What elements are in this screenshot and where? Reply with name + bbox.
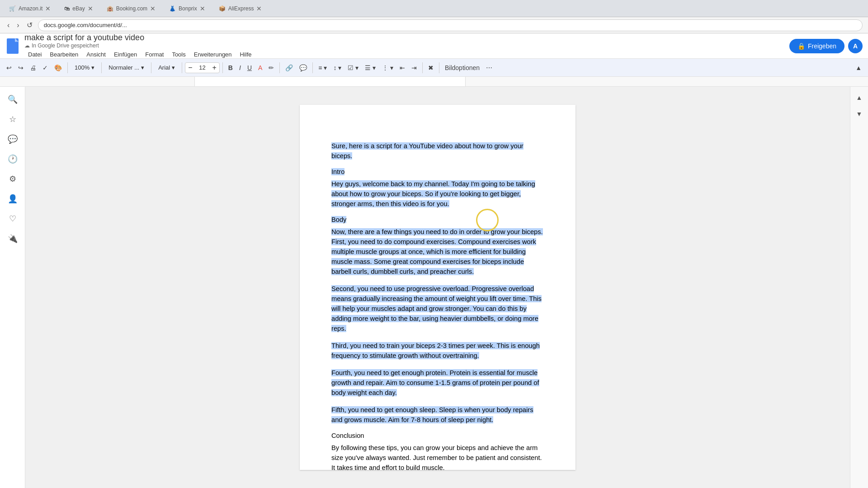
docs-actions: 🔒 Freigeben A bbox=[789, 39, 863, 53]
right-sidebar: ▲ ▼ bbox=[850, 87, 868, 488]
intro-heading[interactable]: Intro bbox=[331, 168, 544, 175]
docs-app-bar: make a script for a youtube video ☁ In G… bbox=[0, 33, 868, 59]
menu-ansicht[interactable]: Ansicht bbox=[83, 50, 109, 59]
comment-button[interactable]: 💬 bbox=[297, 62, 310, 73]
amazon-icon: 🛒 bbox=[9, 5, 16, 12]
font-size-increase[interactable]: + bbox=[210, 63, 219, 73]
share-button[interactable]: 🔒 Freigeben bbox=[789, 39, 844, 53]
tab-aliexpress[interactable]: 📦 AliExpress ✕ bbox=[213, 2, 268, 15]
separator-7 bbox=[312, 62, 313, 73]
sidebar-icon-person[interactable]: 👤 bbox=[4, 190, 22, 208]
bullets-button[interactable]: ☰ ▾ bbox=[362, 62, 378, 73]
ebay-icon: 🛍 bbox=[64, 5, 70, 12]
docs-logo bbox=[5, 37, 20, 55]
clear-format-button[interactable]: ✖ bbox=[425, 62, 436, 73]
doc-title[interactable]: make a script for a youtube video bbox=[24, 33, 255, 42]
back-button[interactable]: ‹ bbox=[5, 20, 11, 30]
indent-inc-button[interactable]: ⇥ bbox=[409, 62, 420, 73]
image-options-button[interactable]: Bildoptionen bbox=[442, 62, 482, 73]
format-paint-button[interactable]: 🎨 bbox=[52, 62, 65, 73]
sidebar-icon-history[interactable]: 🕐 bbox=[4, 150, 22, 168]
body-paragraph-4[interactable]: Fourth, you need to get enough protein. … bbox=[331, 368, 544, 398]
bold-button[interactable]: B bbox=[226, 62, 236, 73]
sidebar-icon-heart[interactable]: ♡ bbox=[4, 210, 22, 228]
intro-text: Sure, here is a script for a YouTube vid… bbox=[331, 142, 524, 160]
collapse-toolbar-button[interactable]: ▲ bbox=[853, 62, 864, 73]
avatar[interactable]: A bbox=[848, 39, 863, 53]
underline-button[interactable]: U bbox=[245, 62, 255, 73]
intro-body-paragraph[interactable]: Hey guys, welcome back to my channel. To… bbox=[331, 179, 544, 209]
menu-bearbeiten[interactable]: Bearbeiten bbox=[46, 50, 82, 59]
tab-bonprix-close[interactable]: ✕ bbox=[200, 5, 205, 12]
booking-icon: 🏨 bbox=[107, 5, 113, 12]
menu-einfuegen[interactable]: Einfügen bbox=[110, 50, 141, 59]
conclusion-heading[interactable]: Conclusion bbox=[331, 432, 544, 439]
sidebar-icon-comment[interactable]: 💬 bbox=[4, 130, 22, 148]
sidebar-icon-star[interactable]: ☆ bbox=[4, 110, 22, 128]
style-chevron: ▾ bbox=[141, 64, 144, 71]
tab-booking-close[interactable]: ✕ bbox=[150, 5, 156, 12]
body-paragraph-2[interactable]: Second, you need to use progressive over… bbox=[331, 284, 544, 333]
menu-hilfe[interactable]: Hilfe bbox=[236, 50, 255, 59]
tab-aliexpress-close[interactable]: ✕ bbox=[256, 5, 262, 12]
highlight-button[interactable]: ✏ bbox=[266, 62, 277, 73]
align-button[interactable]: ≡ ▾ bbox=[316, 62, 330, 73]
body-p3-text: Third, you need to train your biceps 2-3… bbox=[331, 342, 540, 359]
tab-ebay-close[interactable]: ✕ bbox=[88, 5, 93, 12]
font-select[interactable]: Arial ▾ bbox=[154, 62, 179, 73]
body-p1-text: Now, there are a few things you need to … bbox=[331, 228, 543, 275]
right-sidebar-chevron-down[interactable]: ▼ bbox=[852, 107, 867, 121]
tab-amazon-close[interactable]: ✕ bbox=[45, 5, 51, 12]
font-size-decrease[interactable]: − bbox=[185, 63, 195, 73]
menu-datei[interactable]: Datei bbox=[24, 50, 45, 59]
font-size-input[interactable] bbox=[195, 64, 210, 71]
style-select[interactable]: Normaler ... ▾ bbox=[104, 62, 148, 73]
indent-dec-button[interactable]: ⇤ bbox=[397, 62, 408, 73]
body-paragraph-5[interactable]: Fifth, you need to get enough sleep. Sle… bbox=[331, 405, 544, 425]
separator-5 bbox=[222, 62, 223, 73]
sidebar-icon-explore[interactable]: 🔍 bbox=[4, 90, 22, 108]
conclusion-paragraph[interactable]: By following these tips, you can grow yo… bbox=[331, 443, 544, 473]
menu-tools[interactable]: Tools bbox=[168, 50, 189, 59]
tab-bonprix[interactable]: 👗 Bonprix ✕ bbox=[164, 2, 211, 15]
numbered-button[interactable]: ⋮ ▾ bbox=[379, 62, 396, 73]
cloud-icon: ☁ bbox=[24, 42, 30, 49]
intro-text-paragraph[interactable]: Sure, here is a script for a YouTube vid… bbox=[331, 141, 544, 161]
link-button[interactable]: 🔗 bbox=[283, 62, 296, 73]
tab-bonprix-label: Bonprix bbox=[179, 5, 197, 12]
menu-format[interactable]: Format bbox=[142, 50, 167, 59]
body-heading[interactable]: Body bbox=[331, 216, 544, 223]
doc-title-area: make a script for a youtube video ☁ In G… bbox=[24, 33, 255, 59]
tab-booking[interactable]: 🏨 Booking.com ✕ bbox=[101, 2, 161, 15]
ruler bbox=[0, 77, 868, 87]
reload-button[interactable]: ↺ bbox=[25, 20, 34, 30]
body-p2-text: Second, you need to use progressive over… bbox=[331, 285, 542, 332]
bonprix-icon: 👗 bbox=[169, 5, 176, 12]
doc-area: Sure, here is a script for a YouTube vid… bbox=[25, 87, 850, 488]
tab-amazon[interactable]: 🛒 Amazon.it ✕ bbox=[4, 2, 56, 15]
aliexpress-icon: 📦 bbox=[219, 5, 226, 12]
body-paragraph-3[interactable]: Third, you need to train your biceps 2-3… bbox=[331, 341, 544, 361]
separator-6 bbox=[279, 62, 280, 73]
lock-icon: 🔒 bbox=[797, 42, 805, 50]
forward-button[interactable]: › bbox=[15, 20, 21, 30]
right-sidebar-chevron-up[interactable]: ▲ bbox=[852, 90, 867, 105]
line-spacing-button[interactable]: ↕ ▾ bbox=[330, 62, 344, 73]
more-options-button[interactable]: ⋯ bbox=[483, 62, 495, 73]
sidebar-icon-settings[interactable]: ⚙ bbox=[4, 170, 22, 188]
zoom-select[interactable]: 100% ▾ bbox=[71, 62, 99, 73]
intro-heading-text: Intro bbox=[331, 168, 344, 175]
italic-button[interactable]: I bbox=[236, 62, 244, 73]
font-chevron: ▾ bbox=[172, 64, 175, 71]
checklist-button[interactable]: ☑ ▾ bbox=[345, 62, 361, 73]
address-input[interactable] bbox=[38, 19, 863, 31]
sidebar-icon-plugin[interactable]: 🔌 bbox=[4, 230, 22, 248]
undo-button[interactable]: ↩ bbox=[4, 62, 14, 73]
redo-button[interactable]: ↪ bbox=[15, 62, 26, 73]
text-color-button[interactable]: A bbox=[255, 62, 265, 73]
menu-erweiterungen[interactable]: Erweiterungen bbox=[190, 50, 236, 59]
body-paragraph-1[interactable]: Now, there are a few things you need to … bbox=[331, 227, 544, 277]
tab-ebay[interactable]: 🛍 eBay ✕ bbox=[59, 2, 98, 15]
spellcheck-button[interactable]: ✓ bbox=[40, 62, 51, 73]
print-button[interactable]: 🖨 bbox=[27, 62, 39, 73]
